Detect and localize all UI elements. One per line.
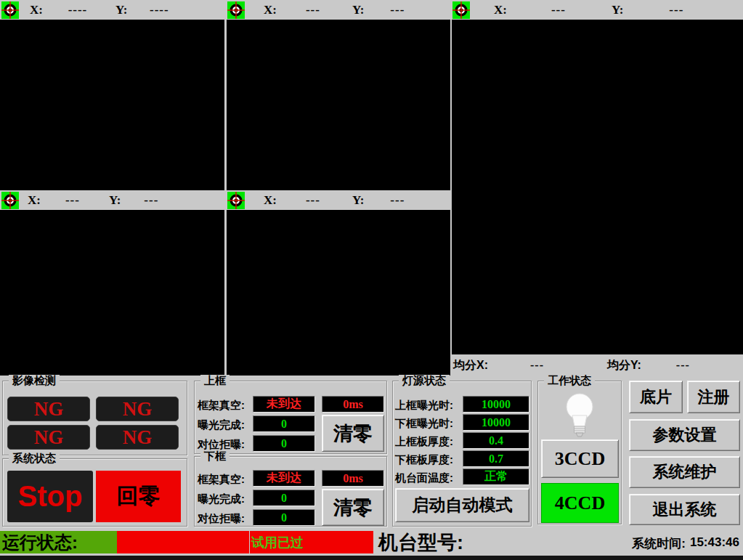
ng-indicator-3: NG	[7, 425, 90, 450]
work-status-group: 工作状态 3CCD 4CCD	[537, 381, 622, 524]
exposure-count-field: 0	[253, 415, 315, 432]
lower-frame-group: 下框 框架真空: 未到达 0ms 曝光完成: 0 对位拒曝: 0 清零	[194, 456, 387, 527]
align-reject-field: 0	[253, 435, 315, 452]
camera3-view	[452, 20, 743, 354]
start-auto-mode-button[interactable]: 启动自动模式	[395, 488, 529, 522]
ng-indicator-2: NG	[96, 397, 179, 421]
y-coord-label: Y:	[352, 193, 364, 208]
upper-frame-group: 上框 框架真空: 未到达 0ms 曝光完成: 0 对位拒曝: 0 清零	[194, 381, 387, 454]
ng-indicator-4: NG	[96, 425, 179, 450]
lower-exposure-time-field: 10000	[463, 414, 529, 431]
y-coord-value: ---	[377, 3, 418, 17]
camera3-header: X: --- Y: ---	[451, 0, 743, 20]
vacuum-time-field: 0ms	[322, 396, 384, 413]
crosshair-icon	[227, 1, 245, 19]
lower-board-thickness-field: 0.7	[463, 450, 529, 467]
align-reject-field: 0	[253, 509, 315, 526]
machine-model-label: 机台型号:	[378, 529, 463, 556]
x-coord-label: X:	[28, 193, 41, 208]
exposure-count-field: 0	[253, 490, 315, 506]
system-status-title: 系统状态	[9, 453, 60, 464]
upper-clear-button[interactable]: 清零	[322, 415, 384, 452]
crosshair-icon	[1, 192, 19, 209]
vacuum-status-field: 未到达	[253, 396, 315, 413]
ccd4-button[interactable]: 4CCD	[541, 483, 619, 523]
lower-exposure-time-label: 下框曝光时:	[395, 417, 453, 431]
camera4-view	[0, 210, 224, 376]
system-maintenance-button[interactable]: 系统维护	[629, 456, 740, 488]
ng-indicator-1: NG	[7, 397, 90, 421]
ccd3-button[interactable]: 3CCD	[541, 439, 619, 478]
y-coord-value: ---	[652, 3, 700, 17]
x-coord-value: ---	[293, 193, 333, 208]
x-coord-value: ---	[293, 3, 333, 17]
avg-x-value: ---	[530, 359, 574, 372]
x-coord-label: X:	[30, 3, 43, 17]
y-coord-label: Y:	[115, 3, 127, 17]
camera1-view	[0, 20, 224, 190]
x-coord-value: ----	[56, 3, 100, 17]
lower-board-thickness-label: 下框板厚度:	[395, 453, 453, 467]
upper-frame-title: 上框	[200, 375, 230, 386]
vacuum-time-field: 0ms	[322, 470, 384, 487]
trial-expired-banner: 试用已过	[250, 531, 373, 553]
x-coord-label: X:	[494, 3, 507, 17]
camera2-view	[227, 20, 450, 190]
upper-exposure-time-field: 10000	[463, 396, 529, 413]
x-coord-value: ---	[535, 3, 582, 17]
x-coord-value: ---	[52, 193, 93, 208]
upper-exposure-time-label: 上框曝光时:	[395, 399, 453, 413]
vacuum-status-field: 未到达	[253, 470, 315, 487]
system-time: 系统时间: 15:43:46	[632, 535, 739, 552]
film-button[interactable]: 底片	[629, 381, 683, 413]
x-coord-label: X:	[264, 3, 277, 17]
run-status-bar	[117, 531, 249, 553]
average-coords-row: 均分X: --- 均分Y: ---	[452, 354, 743, 376]
crosshair-icon	[1, 1, 19, 19]
align-reject-label: 对位拒曝:	[198, 512, 245, 526]
camera2-header: X: --- Y: ---	[226, 0, 450, 20]
image-detection-title: 影像检测	[9, 375, 60, 386]
exposure-done-label: 曝光完成:	[198, 492, 245, 506]
system-time-label: 系统时间:	[632, 535, 686, 552]
y-coord-value: ---	[377, 193, 418, 208]
upper-board-thickness-field: 0.4	[463, 432, 529, 449]
crosshair-icon	[227, 192, 245, 209]
crosshair-icon	[452, 1, 470, 19]
bottom-edge-strip	[0, 556, 743, 560]
y-coord-value: ----	[137, 3, 181, 17]
table-temperature-label: 机台面温度:	[395, 471, 453, 485]
vacuum-label: 框架真空:	[198, 473, 245, 487]
y-coord-label: Y:	[109, 193, 121, 208]
y-coord-label: Y:	[612, 3, 623, 17]
exposure-done-label: 曝光完成:	[198, 418, 245, 432]
camera1-header: X: ---- Y: ----	[0, 0, 225, 20]
avg-x-label: 均分X:	[453, 358, 488, 373]
x-coord-label: X:	[264, 193, 277, 208]
stop-button[interactable]: Stop	[7, 471, 93, 522]
y-coord-label: Y:	[352, 3, 364, 17]
avg-y-value: ---	[676, 359, 720, 372]
vacuum-label: 框架真空:	[198, 399, 245, 413]
image-detection-group: 影像检测 NG NG NG NG	[2, 381, 187, 455]
home-zero-button[interactable]: 回零	[96, 471, 181, 522]
register-button[interactable]: 注册	[687, 381, 740, 413]
light-status-group: 灯源状态 上框曝光时: 10000 下框曝光时: 10000 上框板厚度: 0.…	[392, 381, 532, 527]
upper-board-thickness-label: 上框板厚度:	[395, 435, 453, 449]
lower-clear-button[interactable]: 清零	[322, 489, 384, 526]
camera5-header: X: --- Y: ---	[226, 190, 450, 210]
machine-control-screen: X: ---- Y: ---- X: --- Y: --- X: --- Y: …	[0, 0, 743, 560]
run-status-label: 运行状态:	[0, 531, 117, 553]
avg-y-label: 均分Y:	[607, 358, 641, 373]
camera4-header: X: --- Y: ---	[0, 190, 225, 210]
y-coord-value: ---	[131, 193, 171, 208]
light-bulb-icon	[562, 391, 597, 442]
table-temperature-field: 正常	[463, 468, 529, 485]
system-status-group: 系统状态 Stop 回零	[2, 458, 187, 527]
work-status-title: 工作状态	[544, 375, 595, 386]
exit-system-button[interactable]: 退出系统	[629, 494, 740, 525]
parameter-settings-button[interactable]: 参数设置	[629, 419, 740, 451]
light-status-title: 灯源状态	[399, 375, 450, 386]
system-time-value: 15:43:46	[690, 535, 739, 552]
lower-frame-title: 下框	[200, 450, 230, 462]
